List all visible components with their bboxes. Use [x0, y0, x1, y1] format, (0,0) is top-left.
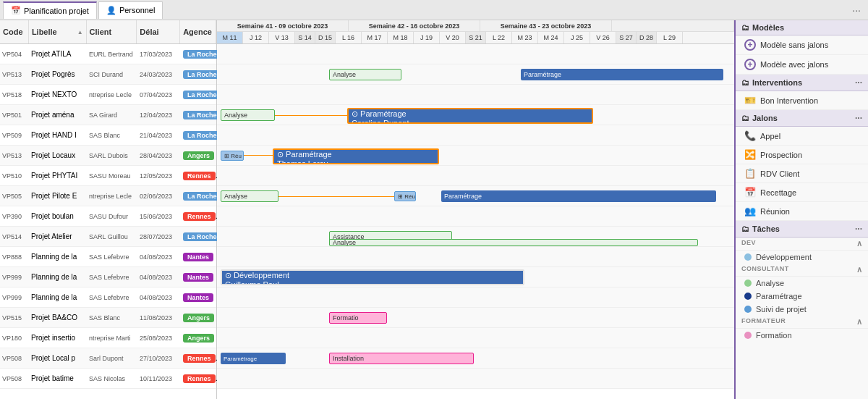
row-agence: Angers [181, 312, 217, 324]
col-header-libelle[interactable]: Libelle ▲ [29, 20, 87, 43]
day-l16: L 16 [336, 32, 362, 43]
table-row[interactable]: VP501 Projet aména SA Girard 12/04/2023 … [0, 105, 216, 125]
row-client: SARL Guillou [87, 232, 137, 242]
table-row[interactable]: VP390 Projet boulan SASU Dufour 15/06/20… [0, 206, 216, 227]
row-agence: Rennes [181, 211, 217, 222]
analyse-bar[interactable]: Analyse [221, 109, 275, 121]
parametrage-bar[interactable]: ⊙ Paramétrage Thomas Leroy [273, 148, 439, 164]
tab-personnel[interactable]: 👤 Personnel [98, 1, 163, 19]
table-row[interactable]: VP999 Planning de la SAS Lefebvre 04/08/… [0, 287, 216, 308]
parametrage-bar[interactable]: Paramétrage [441, 190, 716, 202]
table-row[interactable]: VP888 Planning de la SAS Lefebvre 04/08/… [0, 247, 216, 267]
modele-avec-jalons-item[interactable]: + Modèle avec jalons [736, 55, 868, 75]
reunion-bar[interactable]: ⊞ Réu [221, 151, 244, 161]
suivi-projet-tache-item[interactable]: Suivi de projet [736, 303, 868, 316]
row-libelle: Planning de la [29, 272, 87, 282]
table-row[interactable]: VP518 Projet NEXTO ntreprise Lecle 07/04… [0, 85, 216, 105]
col-header-agence[interactable]: Agence [180, 20, 216, 43]
table-row[interactable]: VP514 Projet Atelier SARL Guillou 28/07/… [0, 227, 216, 247]
reunion-item[interactable]: 👥 Réunion [736, 202, 868, 221]
analyse-tache-item[interactable]: Analyse [736, 277, 868, 290]
libelle-sort-icon[interactable]: ▲ [77, 29, 83, 35]
prospection-item[interactable]: 🔀 Prospection [736, 146, 868, 164]
day-d28: D 28 [637, 32, 657, 43]
analyse-bar[interactable]: Analyse [329, 239, 698, 246]
table-row[interactable]: VP510 Projet PHYTAI SASU Moreau 12/05/20… [0, 166, 216, 186]
row-agence: La Roche-sur-Yon [181, 130, 217, 141]
row-delai: 24/03/2023 [137, 70, 181, 80]
interventions-section-header[interactable]: 🗂 Interventions ··· [736, 75, 868, 91]
table-row[interactable]: VP513 Projet Pogrès SCI Durand 24/03/202… [0, 64, 216, 85]
table-row[interactable]: VP509 Projet HAND I SAS Blanc 21/04/2023… [0, 125, 216, 146]
formation-bar[interactable]: Formatio [329, 312, 387, 324]
tabs-more-button[interactable]: ··· [848, 4, 865, 16]
row-client: Sarl Dupont [87, 353, 137, 364]
table-row[interactable]: VP180 Projet insertio ntreprise Marti 25… [0, 328, 216, 348]
dev-subsection: DEV ∧ [736, 238, 868, 251]
row-client: ntreprise Lecle [87, 90, 137, 100]
bon-intervention-item[interactable]: 🎫 Bon Intervention [736, 91, 868, 110]
gantt-bars-container: Analyse Paramétrage Analyse ⊙ Paramétrag… [217, 44, 734, 389]
gantt-bar-row [217, 85, 734, 105]
interventions-more-button[interactable]: ··· [855, 77, 862, 88]
analyse-bar[interactable]: Analyse [329, 69, 401, 80]
row-libelle: Projet BA&CO [29, 312, 87, 323]
row-libelle: Planning de la [29, 251, 87, 262]
taches-more-button[interactable]: ··· [855, 224, 862, 234]
row-code: VP390 [0, 211, 29, 222]
reunion-label: Réunion [760, 207, 790, 216]
column-headers: Code Libelle ▲ Client Délai Agence [0, 20, 217, 43]
table-row[interactable]: VP508 Projet batime SAS Nicolas 10/11/20… [0, 369, 216, 389]
table-row[interactable]: VP513 Projet Locaux SARL Dubois 28/04/20… [0, 146, 216, 166]
parametrage-bar[interactable]: Paramétrage [521, 69, 723, 80]
row-agence: Rennes [181, 353, 217, 364]
tab-planification[interactable]: 📅 Planification projet [3, 1, 97, 19]
parametrage-tache-item[interactable]: Paramétrage [736, 290, 868, 303]
installation-bar[interactable]: Installation [329, 353, 474, 364]
modeles-section-header[interactable]: 🗂 Modèles [736, 20, 868, 35]
table-row[interactable]: VP504 Projet ATILA EURL Bertrand 17/03/2… [0, 44, 216, 64]
gantt-body: VP504 Projet ATILA EURL Bertrand 17/03/2… [0, 44, 734, 399]
row-client: SARL Dubois [87, 151, 137, 161]
modele-sans-jalons-item[interactable]: + Modèle sans jalons [736, 35, 868, 55]
day-j25: J 25 [564, 32, 590, 43]
parametrage-bar[interactable]: Paramétrage [221, 353, 286, 364]
rdv-client-item[interactable]: 📋 RDV Client [736, 164, 868, 183]
recettage-item[interactable]: 📅 Recettage [736, 183, 868, 202]
week-extra-label [612, 20, 734, 31]
row-libelle: Projet Locaux [29, 150, 87, 161]
rdv-icon: 📋 [744, 168, 756, 179]
day-j19: J 19 [414, 32, 440, 43]
appel-item[interactable]: 📞 Appel [736, 127, 868, 146]
row-agence: La Roche-sur-Yon [181, 69, 217, 80]
developpement-tache-item[interactable]: Développement [736, 251, 868, 264]
row-code: VP999 [0, 272, 29, 282]
table-row[interactable]: VP505 Projet Pilote E ntreprise Lecle 02… [0, 186, 216, 206]
row-client: SAS Lefebvre [87, 272, 137, 282]
col-header-client[interactable]: Client [87, 20, 137, 43]
modele-avec-jalons-label: Modèle avec jalons [760, 60, 828, 69]
col-header-code[interactable]: Code [0, 20, 29, 43]
formation-tache-item[interactable]: Formation [736, 329, 868, 342]
developpement-bar[interactable]: ⊙ Développement Guillaume Paul [221, 269, 524, 285]
gantt-header: Code Libelle ▲ Client Délai Agence [0, 20, 734, 44]
suivi-projet-tache-label: Suivi de projet [756, 305, 807, 314]
consultant-collapse-icon[interactable]: ∧ [856, 265, 863, 274]
table-row[interactable]: VP508 Projet Local p Sarl Dupont 27/10/2… [0, 348, 216, 369]
col-header-delai[interactable]: Délai [137, 20, 180, 43]
parametrage-bar[interactable]: ⊙ Paramétrage Caroline Dupont [347, 108, 593, 124]
row-client: SASU Moreau [87, 171, 137, 181]
dev-collapse-icon[interactable]: ∧ [856, 239, 863, 248]
table-row[interactable]: VP999 Planning de la SAS Lefebvre 04/08/… [0, 267, 216, 287]
jalons-more-button[interactable]: ··· [855, 113, 862, 123]
day-l29: L 29 [657, 32, 683, 43]
formateur-collapse-icon[interactable]: ∧ [856, 317, 863, 327]
reunion-bar[interactable]: ⊞ Réu [394, 191, 416, 201]
modeles-label: Modèles [752, 23, 784, 32]
taches-section-header[interactable]: 🗂 Tâches ··· [736, 221, 868, 238]
jalons-section-header[interactable]: 🗂 Jalons ··· [736, 110, 868, 127]
analyse-bar[interactable]: Analyse [221, 190, 278, 202]
table-row[interactable]: VP515 Projet BA&CO SAS Blanc 11/08/2023 … [0, 308, 216, 328]
tab-planification-label: Planification projet [24, 7, 89, 15]
bon-intervention-label: Bon Intervention [760, 96, 818, 105]
